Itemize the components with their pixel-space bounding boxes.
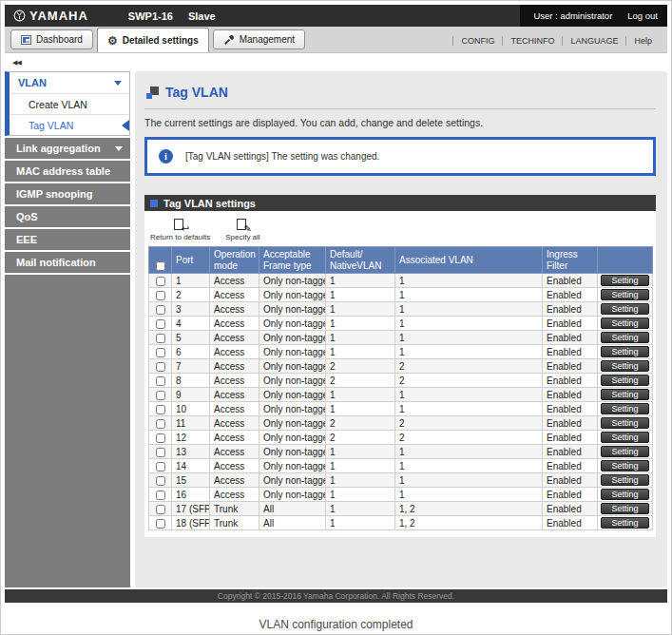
- action-cell: Setting: [598, 459, 653, 473]
- row-checkbox[interactable]: [156, 277, 165, 286]
- sidebar-item-vlan[interactable]: VLAN: [10, 72, 129, 93]
- setting-button[interactable]: Setting: [601, 474, 648, 486]
- action-cell: Setting: [598, 488, 653, 502]
- port-cell: 9: [172, 388, 210, 402]
- frame-type-cell: Only non-tagged: [259, 345, 326, 359]
- setting-button[interactable]: Setting: [601, 318, 648, 329]
- sidebar-item[interactable]: EEE: [5, 229, 130, 250]
- return-to-defaults-button[interactable]: ↩ Return to defaults: [150, 219, 210, 241]
- row-checkbox[interactable]: [156, 405, 165, 414]
- sidebar-item-tag-vlan[interactable]: Tag VLAN: [10, 114, 129, 135]
- row-checkbox[interactable]: [156, 433, 165, 443]
- row-checkbox[interactable]: [156, 376, 165, 386]
- setting-button[interactable]: Setting: [601, 417, 648, 429]
- frame-type-cell: Only non-tagged: [259, 473, 326, 488]
- table-toolbar: ↩ Return to defaults ✎ Specify all: [148, 216, 652, 246]
- setting-button[interactable]: Setting: [601, 360, 648, 372]
- tab-dashboard[interactable]: Dashboard: [10, 29, 93, 49]
- sidebar-collapse-row: ◀◀: [5, 53, 667, 71]
- row-checkbox[interactable]: [156, 391, 165, 400]
- associated-vlan-cell: 1: [395, 402, 543, 416]
- sidebar-item[interactable]: QoS: [5, 206, 130, 227]
- sidebar-nav: VLAN Create VLAN Tag VLAN Link aggregati…: [5, 71, 130, 587]
- setting-button[interactable]: Setting: [601, 489, 648, 500]
- row-checkbox[interactable]: [156, 291, 165, 300]
- row-checkbox[interactable]: [156, 362, 165, 372]
- table-row: 2 Access Only non-tagged 1 1 Enabled Set…: [149, 288, 653, 302]
- setting-button[interactable]: Setting: [601, 275, 648, 286]
- operation-mode-cell: Access: [210, 488, 259, 502]
- utility-link[interactable]: CONFIG: [452, 36, 502, 46]
- row-checkbox[interactable]: [156, 319, 165, 329]
- native-vlan-cell: 1: [326, 502, 395, 516]
- sidebar-item[interactable]: Link aggregation: [5, 138, 130, 159]
- utility-link[interactable]: TECHINFO: [502, 36, 562, 46]
- sidebar-item-create-vlan[interactable]: Create VLAN: [10, 93, 129, 114]
- sidebar-item[interactable]: IGMP snooping: [5, 183, 130, 204]
- setting-button[interactable]: Setting: [601, 503, 648, 514]
- page-title-icon: [146, 87, 159, 99]
- setting-button[interactable]: Setting: [601, 389, 648, 400]
- logout-link[interactable]: Log out: [627, 10, 658, 21]
- setting-button[interactable]: Setting: [601, 432, 648, 443]
- action-cell: Setting: [598, 359, 653, 374]
- row-select-cell: [149, 359, 172, 374]
- row-checkbox[interactable]: [156, 491, 165, 500]
- tab-management-label: Management: [240, 34, 295, 45]
- row-checkbox[interactable]: [156, 305, 165, 315]
- port-cell: 15: [172, 473, 210, 488]
- native-vlan-cell: 1: [326, 274, 395, 288]
- table-row: 13 Access Only non-tagged 1 1 Enabled Se…: [149, 445, 653, 459]
- row-checkbox[interactable]: [156, 476, 165, 486]
- native-vlan-cell: 2: [326, 374, 395, 388]
- associated-vlan-cell: 1: [395, 388, 543, 402]
- associated-vlan-cell: 1: [395, 331, 543, 345]
- sidebar-collapse-button[interactable]: ◀◀: [12, 59, 21, 67]
- setting-button[interactable]: Setting: [601, 346, 648, 357]
- tab-management[interactable]: Management: [213, 29, 305, 49]
- sidebar-item[interactable]: Mail notification: [5, 252, 130, 273]
- row-checkbox[interactable]: [156, 334, 165, 343]
- port-cell: 6: [172, 345, 210, 359]
- row-checkbox[interactable]: [156, 462, 165, 471]
- utility-link[interactable]: Help: [625, 36, 660, 46]
- row-checkbox[interactable]: [156, 419, 165, 429]
- frame-type-cell: Only non-tagged: [259, 288, 326, 302]
- sidebar-item[interactable]: MAC address table: [5, 161, 130, 182]
- row-checkbox[interactable]: [156, 448, 165, 457]
- section-title: Tag VLAN settings: [163, 198, 256, 209]
- table-row: 14 Access Only non-tagged 1 1 Enabled Se…: [149, 459, 653, 473]
- sidebar-filler: [5, 275, 130, 587]
- specify-all-button[interactable]: ✎ Specify all: [225, 219, 259, 241]
- native-vlan-cell: 1: [326, 488, 395, 502]
- setting-button[interactable]: Setting: [601, 375, 648, 386]
- logged-in-user: User : administrator: [533, 10, 612, 21]
- sidebar-item-label: Link aggregation: [16, 143, 101, 154]
- setting-button[interactable]: Setting: [601, 289, 648, 300]
- utility-link[interactable]: LANGUAGE: [562, 36, 625, 46]
- setting-button[interactable]: Setting: [601, 446, 648, 457]
- info-icon: i: [159, 149, 173, 164]
- ingress-filter-cell: Enabled: [543, 431, 598, 445]
- row-checkbox[interactable]: [156, 505, 165, 514]
- setting-button[interactable]: Setting: [601, 403, 648, 414]
- table-row: 8 Access Only non-tagged 2 2 Enabled Set…: [149, 374, 653, 388]
- column-header: Operation mode: [210, 247, 259, 274]
- sidebar-item-tag-vlan-label: Tag VLAN: [29, 120, 73, 131]
- setting-button[interactable]: Setting: [601, 332, 648, 343]
- setting-button[interactable]: Setting: [601, 303, 648, 315]
- operation-mode-cell: Access: [210, 274, 259, 288]
- content-panel: Tag VLAN The current settings are displa…: [135, 71, 667, 587]
- tab-detailed-settings[interactable]: ⚙ Detailed settings: [97, 28, 209, 52]
- operation-mode-cell: Access: [210, 459, 259, 473]
- notice-text: [Tag VLAN settings] The setting was chan…: [185, 151, 379, 162]
- row-checkbox[interactable]: [156, 519, 165, 529]
- ingress-filter-cell: Enabled: [543, 388, 598, 402]
- row-checkbox[interactable]: [156, 348, 165, 357]
- frame-type-cell: Only non-tagged: [259, 359, 326, 374]
- select-all-checkbox[interactable]: [156, 261, 165, 271]
- setting-button[interactable]: Setting: [601, 460, 648, 471]
- ingress-filter-cell: Enabled: [543, 459, 598, 473]
- setting-button[interactable]: Setting: [601, 517, 648, 529]
- table-header-row: PortOperation modeAcceptable Frame typeD…: [149, 247, 653, 274]
